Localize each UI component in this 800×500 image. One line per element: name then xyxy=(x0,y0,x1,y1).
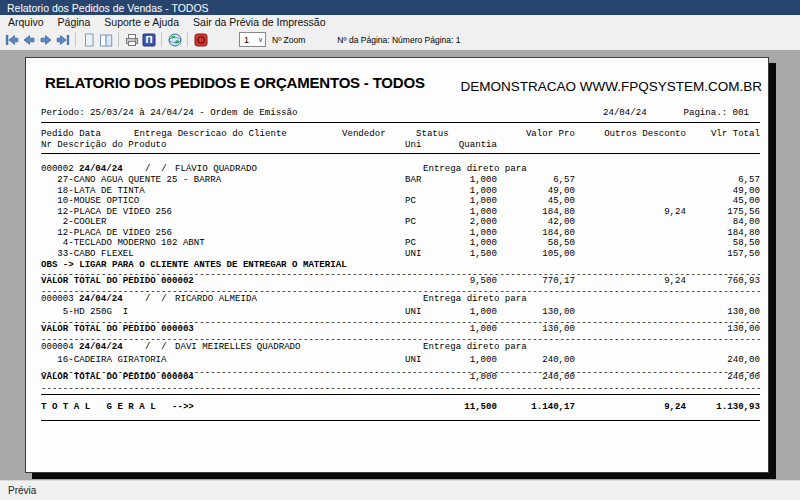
last-page-icon xyxy=(55,32,71,48)
order-date: 24/04/24 xyxy=(79,341,123,352)
chevron-down-icon: ∨ xyxy=(258,36,265,43)
export-web-button[interactable] xyxy=(166,31,183,49)
product-total: 157,50 xyxy=(41,248,760,259)
grand-total-row: T O T A L G E R A L -->>11,5001.140,179,… xyxy=(41,401,764,412)
toolbar-separator xyxy=(118,32,119,47)
window-title: Relatorio dos Pedidos de Vendas - TODOS xyxy=(7,2,209,14)
rule xyxy=(41,394,760,395)
prev-page-icon xyxy=(21,32,37,48)
svg-text:Π: Π xyxy=(145,35,153,45)
client-name: RICARDO ALMEIDA xyxy=(175,293,257,304)
first-page-button[interactable] xyxy=(3,31,20,49)
product-total: 130,00 xyxy=(41,306,760,317)
order-total-value: 130,00 xyxy=(41,323,760,334)
product-total: 49,00 xyxy=(41,185,760,196)
toolbar-separator xyxy=(75,32,76,47)
zoom-value: 1 xyxy=(244,35,249,45)
order-header-row: 00000324/04/24/ /RICARDO ALMEIDAEntrega … xyxy=(41,293,764,304)
toolbar-separator xyxy=(161,32,162,47)
rule xyxy=(41,153,760,154)
status-note: Entrega direto para xyxy=(423,163,527,174)
next-page-icon xyxy=(38,32,54,48)
report-title: RELATORIO DOS PEDIDOS E ORÇAMENTOS - TOD… xyxy=(45,74,425,91)
product-row: 33-CABO FLEXELUNI1,500105,00157,50 xyxy=(41,248,764,259)
single-page-icon xyxy=(81,32,97,48)
rule xyxy=(41,122,760,123)
statusbar-text: Prévia xyxy=(8,485,36,496)
product-total: 6,57 xyxy=(41,174,760,185)
menu-suporte-e-ajuda[interactable]: Suporte e Ajuda xyxy=(97,16,186,28)
report-watermark: DEMONSTRACAO WWW.FPQSYSTEM.COM.BR xyxy=(460,79,762,94)
close-preview-button[interactable] xyxy=(192,31,209,49)
toolbar-separator xyxy=(187,32,188,47)
product-row: 5-HD 250G IUNI1,000130,00130,00 xyxy=(41,306,764,317)
pi-setup-icon: Π xyxy=(141,32,157,48)
product-total: 58,50 xyxy=(41,237,760,248)
prev-page-button[interactable] xyxy=(20,31,37,49)
order-total-value: 240,00 xyxy=(41,371,760,382)
order-date: 24/04/24 xyxy=(79,293,123,304)
product-row: 12-PLACA DE VÍDEO 2561,000184,809,24175,… xyxy=(41,206,764,217)
menu-arquivo[interactable]: Arquivo xyxy=(0,16,51,28)
last-page-button[interactable] xyxy=(54,31,71,49)
order-header-row: 00000224/04/24/ /FLÁVIO QUADRADOEntrega … xyxy=(41,163,764,174)
order-header-row: 00000424/04/24/ /DAVI MEIRELLES QUADRADO… xyxy=(41,341,764,352)
order-id: 000004 xyxy=(41,341,74,352)
dashes: ----------------------------------------… xyxy=(41,383,761,394)
product-total: 184,80 xyxy=(41,227,760,238)
client-name: FLÁVIO QUADRADO xyxy=(175,163,257,174)
printer-icon xyxy=(124,32,140,48)
col-quantia: Quantia xyxy=(41,139,497,150)
product-row: 16-CADEIRA GIRATORIAUNI1,000240,00240,00 xyxy=(41,354,764,365)
page-info-label: Nº da Página: Número Página: 1 xyxy=(337,35,460,45)
product-row: 10-MOUSE OPTICOPC1,00045,0045,00 xyxy=(41,195,764,206)
col-total: Vlr Total xyxy=(41,128,760,139)
print-setup-button[interactable]: Π xyxy=(140,31,157,49)
order-id: 000003 xyxy=(41,293,74,304)
order-entrega-date: / / xyxy=(145,341,167,352)
menu-pagina[interactable]: Página xyxy=(51,16,98,28)
single-page-view-button[interactable] xyxy=(80,31,97,49)
toolbar: Π 1 ∨ Nº Zoom Nº da Página: Número Págin… xyxy=(0,29,800,51)
zoom-select[interactable]: 1 ∨ xyxy=(239,32,266,47)
product-row: 2-COOLERPC2,00042,0084,00 xyxy=(41,216,764,227)
order-total-value: 760,93 xyxy=(41,275,760,286)
column-header-row-2: Nr Descrição do Produto Uni Quantia xyxy=(41,139,764,150)
report-page-number: Pagina.: 001 xyxy=(41,107,749,118)
order-entrega-date: / / xyxy=(145,163,167,174)
product-row: 4-TECLADO MODERNO 102 ABNTPC1,00058,5058… xyxy=(41,237,764,248)
first-page-icon xyxy=(4,32,20,48)
report-period-line: Período: 25/03/24 à 24/04/24 - Ordem de … xyxy=(41,107,764,118)
product-row: 18-LATA DE TINTA1,00049,0049,00 xyxy=(41,185,764,196)
preview-area[interactable]: RELATORIO DOS PEDIDOS E ORÇAMENTOS - TOD… xyxy=(0,50,800,480)
client-name: DAVI MEIRELLES QUADRADO xyxy=(175,341,301,352)
order-total-row: VALOR TOTAL DO PEDIDO 0000029,500770,179… xyxy=(41,275,764,286)
product-total: 240,00 xyxy=(41,354,760,365)
order-entrega-date: / / xyxy=(145,293,167,304)
status-note: Entrega direto para xyxy=(423,293,527,304)
globe-icon xyxy=(167,32,183,48)
grand-total-value: 1.130,93 xyxy=(41,401,760,412)
titlebar[interactable]: Relatorio dos Pedidos de Vendas - TODOS xyxy=(0,0,800,15)
product-total: 84,00 xyxy=(41,216,760,227)
rule xyxy=(41,420,760,421)
product-row: 27-CANO AGUA QUENTE 25 - BARRABAR1,0006,… xyxy=(41,174,764,185)
report-page: RELATORIO DOS PEDIDOS E ORÇAMENTOS - TOD… xyxy=(25,57,769,473)
order-total-row: VALOR TOTAL DO PEDIDO 0000031,000130,001… xyxy=(41,323,764,334)
menubar: Arquivo Página Suporte e Ajuda Sair da P… xyxy=(0,15,800,29)
next-page-button[interactable] xyxy=(37,31,54,49)
product-total: 45,00 xyxy=(41,195,760,206)
order-id: 000002 xyxy=(41,163,74,174)
app-window: { "window_title": "Relatorio dos Pedidos… xyxy=(0,0,800,500)
statusbar: Prévia xyxy=(0,480,800,500)
separator-dashes: ----------------------------------------… xyxy=(41,383,764,394)
two-page-icon xyxy=(98,32,114,48)
column-header-row-1: Pedido Data Entrega Descricao do Cliente… xyxy=(41,128,764,139)
order-total-row: VALOR TOTAL DO PEDIDO 0000041,000240,002… xyxy=(41,371,764,382)
stop-icon xyxy=(193,32,209,48)
order-date: 24/04/24 xyxy=(79,163,123,174)
two-page-view-button[interactable] xyxy=(97,31,114,49)
menu-sair-da-previa[interactable]: Sair da Prévia de Impressão xyxy=(186,16,332,28)
print-button[interactable] xyxy=(123,31,140,49)
product-row: 12-PLACA DE VÍDEO 2561,000184,80184,80 xyxy=(41,227,764,238)
